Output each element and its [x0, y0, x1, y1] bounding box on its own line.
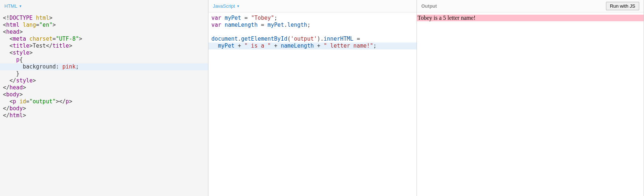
output-paragraph: Tobey is a 5 letter name! — [417, 15, 644, 21]
run-with-js-button[interactable]: Run with JS — [606, 2, 639, 10]
html-editor[interactable]: <!DOCTYPE html><html lang="en"><head> <m… — [0, 12, 208, 196]
code-line[interactable]: document.getElementById('output').innerH… — [208, 36, 417, 42]
code-line[interactable]: </head> — [0, 84, 208, 91]
output-panel: Output Run with JS Tobey is a 5 letter n… — [417, 0, 644, 196]
js-tab-label: JavaScript — [213, 3, 235, 9]
code-line[interactable]: <title>Test</title> — [0, 42, 208, 49]
code-line[interactable]: <!DOCTYPE html> — [0, 15, 208, 22]
html-tab[interactable]: HTML ▼ — [4, 3, 22, 9]
code-line[interactable]: myPet + " is a " + nameLength + " letter… — [208, 42, 417, 49]
code-line[interactable] — [208, 29, 417, 36]
output-body: Tobey is a 5 letter name! — [417, 12, 644, 196]
caret-down-icon: ▼ — [19, 4, 22, 8]
html-panel: HTML ▼ <!DOCTYPE html><html lang="en"><h… — [0, 0, 208, 196]
js-tab[interactable]: JavaScript ▼ — [213, 3, 240, 9]
code-line[interactable]: p{ — [0, 56, 208, 63]
code-line[interactable]: var nameLength = myPet.length; — [208, 22, 417, 29]
code-line[interactable]: </html> — [0, 112, 208, 119]
code-line[interactable]: <head> — [0, 29, 208, 36]
code-line[interactable]: <body> — [0, 91, 208, 98]
code-line[interactable]: } — [0, 70, 208, 77]
code-line[interactable]: </body> — [0, 105, 208, 112]
code-line[interactable]: </style> — [0, 77, 208, 84]
html-tab-label: HTML — [4, 3, 17, 9]
code-line[interactable]: background: pink; — [0, 63, 208, 70]
code-line[interactable]: var myPet = "Tobey"; — [208, 15, 417, 22]
js-panel: JavaScript ▼ var myPet = "Tobey";var nam… — [208, 0, 417, 196]
js-editor[interactable]: var myPet = "Tobey";var nameLength = myP… — [208, 12, 417, 196]
html-panel-header: HTML ▼ — [0, 0, 208, 12]
code-line[interactable]: <html lang="en"> — [0, 22, 208, 29]
code-line[interactable]: <p id="output"></p> — [0, 98, 208, 105]
output-panel-header: Output Run with JS — [417, 0, 644, 12]
code-line[interactable]: <style> — [0, 49, 208, 56]
js-panel-header: JavaScript ▼ — [208, 0, 417, 12]
caret-down-icon: ▼ — [237, 4, 240, 8]
output-tab-label: Output — [421, 3, 437, 9]
code-line[interactable]: <meta charset="UTF-8"> — [0, 36, 208, 42]
